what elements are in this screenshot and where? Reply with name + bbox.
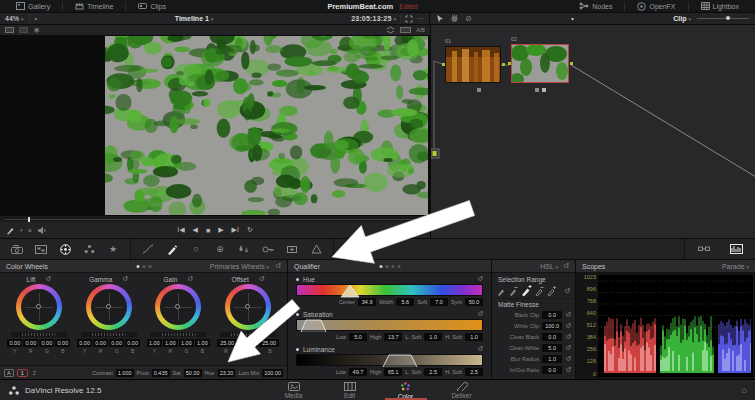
value-box[interactable]: 0.00 [23, 339, 38, 347]
audio-mute-icon[interactable] [37, 226, 47, 235]
step-back-button[interactable]: ◀ [193, 226, 198, 234]
value-box[interactable]: 1.00 [195, 339, 210, 347]
play-button[interactable]: ▶ [218, 226, 223, 234]
clips-button[interactable]: Clips [130, 0, 174, 13]
power-window-icon[interactable]: ○ [185, 241, 207, 257]
blur-icon[interactable] [233, 241, 255, 257]
lum-hsoft-value[interactable]: 2.5 [465, 368, 483, 376]
tab-deliver[interactable]: Deliver [441, 380, 483, 400]
gain-master-slider[interactable] [150, 332, 206, 337]
lift-master-slider[interactable] [11, 332, 67, 337]
value-box[interactable]: 0.00 [55, 339, 70, 347]
color-wheels-icon[interactable] [54, 241, 76, 257]
loop-button[interactable]: ↻ [247, 226, 253, 234]
timecode-display[interactable]: 23:05:13:25 ▾ [351, 15, 396, 22]
tracker-icon[interactable]: ⊕ [209, 241, 231, 257]
pan-tool-icon[interactable] [450, 14, 459, 23]
value-box[interactable]: 1.00 [163, 339, 178, 347]
hue-sym-value[interactable]: 50.0 [465, 298, 483, 306]
reset-icon[interactable]: ↺ [275, 262, 281, 270]
hue-soft-value[interactable]: 7.0 [430, 298, 448, 306]
reset-icon[interactable]: ↺ [565, 311, 571, 319]
page-2-button[interactable]: 2 [31, 370, 38, 376]
lift-color-wheel[interactable] [16, 284, 62, 330]
value-box[interactable]: 0.00 [77, 339, 92, 347]
split-screen-icon[interactable] [19, 27, 28, 33]
gallery-button[interactable]: Gallery [8, 0, 58, 13]
hue-width-value[interactable]: 5.6 [396, 298, 414, 306]
tab-edit[interactable]: Edit [329, 380, 371, 400]
bypass-dot-icon[interactable]: • [35, 15, 37, 22]
value-box[interactable]: 0.00 [125, 339, 140, 347]
node-zoom-slider[interactable] [697, 18, 749, 19]
reset-icon[interactable]: ↺ [477, 345, 483, 353]
highlight-wand-icon[interactable]: ∗ [33, 25, 41, 35]
qualifier-icon[interactable] [161, 241, 183, 257]
options-icon[interactable]: ⋯ [417, 15, 424, 23]
dual-display-icon[interactable] [400, 27, 411, 33]
value-box[interactable]: 1.00 [147, 339, 162, 347]
page-1-button[interactable]: 1 [17, 369, 28, 377]
go-to-start-button[interactable]: I◀ [177, 226, 184, 234]
reset-icon[interactable]: ↺ [563, 262, 569, 270]
expand-viewer-icon[interactable] [405, 15, 413, 23]
reset-icon[interactable]: ↺ [477, 310, 483, 318]
sat-lsoft-value[interactable]: 1.0 [424, 333, 442, 341]
reset-icon[interactable]: ↺ [565, 355, 571, 363]
gain-color-wheel[interactable] [155, 284, 201, 330]
openfx-button[interactable]: OpenFX [629, 0, 683, 13]
timeline-selector[interactable]: Timeline 1 ▾ [175, 15, 214, 22]
curves-icon[interactable] [137, 241, 159, 257]
value-box[interactable]: 0.00 [93, 339, 108, 347]
sizing-icon[interactable] [281, 241, 303, 257]
clip-mode-select[interactable]: Clip ▾ [673, 15, 691, 22]
scopes-toggle-icon[interactable] [725, 241, 747, 257]
invert-selection-icon[interactable]: ↺ [564, 287, 570, 295]
picker-subtract-icon[interactable] [509, 286, 518, 296]
value-box[interactable]: 0.00 [39, 339, 54, 347]
node-02-thumbnail-selected[interactable] [511, 44, 569, 83]
page-dots[interactable] [136, 265, 151, 268]
node-output-dot[interactable] [570, 62, 573, 65]
reset-icon[interactable]: ↺ [565, 333, 571, 341]
reset-icon[interactable]: ↺ [187, 275, 193, 283]
lightbox-button[interactable]: Lightbox [693, 0, 747, 13]
tab-color[interactable]: Color [385, 380, 427, 400]
softness-add-icon[interactable] [547, 286, 556, 296]
reset-icon[interactable]: ↺ [122, 275, 128, 283]
enhanced-viewer-icon[interactable] [386, 26, 395, 34]
node-01-thumbnail[interactable] [445, 46, 501, 83]
camera-raw-icon[interactable] [6, 241, 28, 257]
clean-white-value[interactable]: 5.0 [542, 344, 562, 352]
node-graph-toggle-icon[interactable] [693, 241, 715, 257]
clear-tool-icon[interactable]: × [28, 226, 33, 235]
contrast-value[interactable]: 1.000 [116, 369, 134, 377]
go-to-end-button[interactable]: ▶I [232, 226, 239, 234]
value-box[interactable]: 0.00 [109, 339, 124, 347]
stop-button[interactable]: ■ [206, 227, 210, 234]
timeline-button[interactable]: Timeline [67, 0, 121, 13]
viewer-canvas[interactable] [0, 36, 430, 215]
qualifier-mode-select[interactable]: HSL ▾ [540, 263, 558, 270]
sat-high-value[interactable]: 13.7 [384, 333, 402, 341]
tab-media[interactable]: Media [273, 380, 315, 400]
node-output-dot[interactable] [502, 63, 505, 66]
saturation-range-bar[interactable] [296, 319, 483, 331]
reset-icon[interactable]: ↺ [565, 366, 571, 374]
viewer-zoom-select[interactable]: 44% ▾ [5, 15, 24, 22]
blur-radius-value[interactable]: 1.0 [542, 355, 562, 363]
in-out-ratio-value[interactable]: 0.0 [542, 366, 562, 374]
lum-lsoft-value[interactable]: 2.5 [424, 368, 442, 376]
node-input-dot[interactable] [442, 63, 445, 66]
disable-node-icon[interactable]: ⊘ [465, 14, 472, 23]
pivot-value[interactable]: 0.435 [152, 369, 170, 377]
softness-subtract-icon[interactable] [535, 286, 544, 296]
chevron-down-icon[interactable]: ▾ [20, 227, 23, 233]
value-box[interactable]: 0.00 [7, 339, 22, 347]
reset-icon[interactable]: ↺ [477, 275, 483, 283]
clean-black-value[interactable]: 0.0 [542, 333, 562, 341]
wheel-mode-select[interactable]: Primaries Wheels ▾ [210, 263, 269, 270]
hue-center-value[interactable]: 34.9 [358, 298, 376, 306]
hue-range-bar[interactable] [296, 284, 483, 296]
gamma-master-slider[interactable] [81, 332, 137, 337]
